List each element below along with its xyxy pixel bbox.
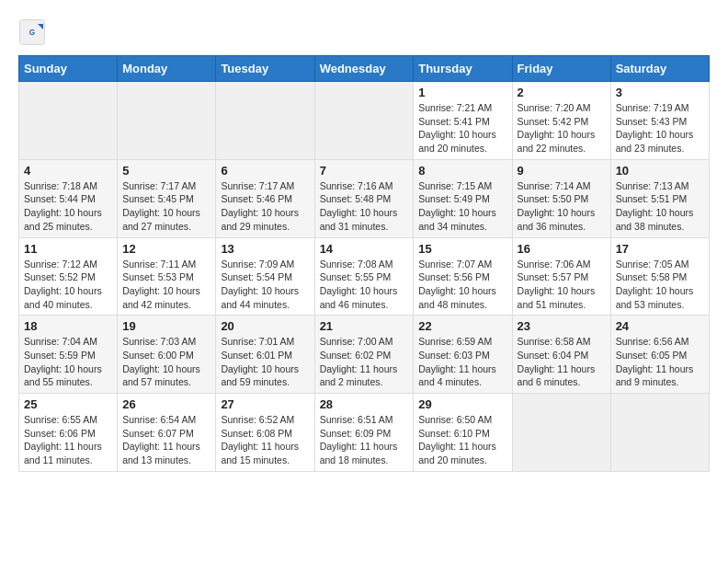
day-info: Sunrise: 6:51 AM Sunset: 6:09 PM Dayligh… [320,413,409,467]
day-number: 19 [122,319,210,333]
calendar-cell: 5Sunrise: 7:17 AM Sunset: 5:45 PM Daylig… [118,159,216,237]
day-info: Sunrise: 7:15 AM Sunset: 5:49 PM Dayligh… [418,179,506,234]
day-info: Sunrise: 7:18 AM Sunset: 5:44 PM Dayligh… [24,179,112,234]
day-number: 21 [320,319,409,333]
calendar-cell: 7Sunrise: 7:16 AM Sunset: 5:48 PM Daylig… [314,159,414,237]
calendar-cell: 27Sunrise: 6:52 AM Sunset: 6:08 PM Dayli… [216,394,314,472]
calendar-cell [216,82,314,160]
day-number: 9 [518,164,606,178]
day-number: 12 [122,242,210,256]
calendar-cell: 2Sunrise: 7:20 AM Sunset: 5:42 PM Daylig… [512,82,610,160]
calendar-cell: 24Sunrise: 6:56 AM Sunset: 6:05 PM Dayli… [610,316,709,394]
calendar-body: 1Sunrise: 7:21 AM Sunset: 5:41 PM Daylig… [19,82,710,472]
calendar-cell: 4Sunrise: 7:18 AM Sunset: 5:44 PM Daylig… [19,159,118,237]
day-info: Sunrise: 7:03 AM Sunset: 6:00 PM Dayligh… [122,335,210,389]
header-day-monday: Monday [118,56,216,82]
calendar-cell [314,82,414,160]
logo-icon: G [18,18,46,46]
day-info: Sunrise: 6:58 AM Sunset: 6:04 PM Dayligh… [518,335,606,389]
day-info: Sunrise: 7:00 AM Sunset: 6:02 PM Dayligh… [320,335,409,389]
calendar-cell: 8Sunrise: 7:15 AM Sunset: 5:49 PM Daylig… [414,159,512,237]
calendar-week-4: 25Sunrise: 6:55 AM Sunset: 6:06 PM Dayli… [19,394,710,472]
header-day-friday: Friday [512,56,610,82]
calendar-cell: 3Sunrise: 7:19 AM Sunset: 5:43 PM Daylig… [610,82,709,160]
day-info: Sunrise: 6:55 AM Sunset: 6:06 PM Dayligh… [24,413,112,467]
day-info: Sunrise: 7:16 AM Sunset: 5:48 PM Dayligh… [320,179,409,234]
day-number: 11 [24,242,112,256]
day-info: Sunrise: 7:09 AM Sunset: 5:54 PM Dayligh… [221,258,309,312]
day-number: 18 [24,319,112,333]
day-info: Sunrise: 7:20 AM Sunset: 5:42 PM Dayligh… [518,101,606,155]
logo: G [18,18,48,46]
calendar-cell: 21Sunrise: 7:00 AM Sunset: 6:02 PM Dayli… [314,316,414,394]
day-number: 4 [24,164,112,178]
day-number: 27 [221,397,309,411]
day-number: 6 [221,164,309,178]
calendar-cell [512,394,610,472]
day-number: 23 [518,319,606,333]
calendar-cell: 19Sunrise: 7:03 AM Sunset: 6:00 PM Dayli… [118,316,216,394]
day-number: 17 [616,242,704,256]
header-day-thursday: Thursday [414,56,512,82]
calendar-cell: 17Sunrise: 7:05 AM Sunset: 5:58 PM Dayli… [610,237,709,316]
day-number: 8 [418,164,506,178]
day-number: 7 [320,164,409,178]
day-number: 15 [418,242,506,256]
calendar-cell: 11Sunrise: 7:12 AM Sunset: 5:52 PM Dayli… [19,237,118,316]
calendar-cell: 26Sunrise: 6:54 AM Sunset: 6:07 PM Dayli… [118,394,216,472]
day-info: Sunrise: 7:04 AM Sunset: 5:59 PM Dayligh… [24,335,112,389]
calendar-cell: 25Sunrise: 6:55 AM Sunset: 6:06 PM Dayli… [19,394,118,472]
day-number: 25 [24,397,112,411]
day-number: 1 [418,86,506,99]
day-number: 16 [518,242,606,256]
calendar-week-1: 4Sunrise: 7:18 AM Sunset: 5:44 PM Daylig… [19,159,710,237]
day-info: Sunrise: 7:01 AM Sunset: 6:01 PM Dayligh… [221,335,309,389]
header-row: SundayMondayTuesdayWednesdayThursdayFrid… [19,56,710,82]
calendar-cell [118,82,216,160]
calendar-cell: 13Sunrise: 7:09 AM Sunset: 5:54 PM Dayli… [216,237,314,316]
day-number: 24 [616,319,704,333]
day-info: Sunrise: 7:08 AM Sunset: 5:55 PM Dayligh… [320,258,409,312]
day-info: Sunrise: 7:05 AM Sunset: 5:58 PM Dayligh… [616,258,704,312]
day-number: 13 [221,242,309,256]
day-info: Sunrise: 6:54 AM Sunset: 6:07 PM Dayligh… [122,413,210,467]
day-info: Sunrise: 7:19 AM Sunset: 5:43 PM Dayligh… [616,101,704,155]
day-info: Sunrise: 7:21 AM Sunset: 5:41 PM Dayligh… [418,101,506,155]
day-info: Sunrise: 7:14 AM Sunset: 5:50 PM Dayligh… [518,179,606,234]
day-number: 10 [616,164,704,178]
day-info: Sunrise: 7:13 AM Sunset: 5:51 PM Dayligh… [616,179,704,234]
calendar-cell: 12Sunrise: 7:11 AM Sunset: 5:53 PM Dayli… [118,237,216,316]
header-day-sunday: Sunday [19,56,118,82]
day-info: Sunrise: 6:52 AM Sunset: 6:08 PM Dayligh… [221,413,309,467]
calendar-cell: 29Sunrise: 6:50 AM Sunset: 6:10 PM Dayli… [414,394,512,472]
calendar-cell: 9Sunrise: 7:14 AM Sunset: 5:50 PM Daylig… [512,159,610,237]
day-info: Sunrise: 7:17 AM Sunset: 5:46 PM Dayligh… [221,179,309,234]
page-header: G [18,18,710,46]
day-number: 5 [122,164,210,178]
calendar-cell: 1Sunrise: 7:21 AM Sunset: 5:41 PM Daylig… [414,82,512,160]
svg-text:G: G [29,29,35,37]
calendar-week-0: 1Sunrise: 7:21 AM Sunset: 5:41 PM Daylig… [19,82,710,160]
calendar-cell: 20Sunrise: 7:01 AM Sunset: 6:01 PM Dayli… [216,316,314,394]
header-day-saturday: Saturday [610,56,709,82]
calendar-cell: 23Sunrise: 6:58 AM Sunset: 6:04 PM Dayli… [512,316,610,394]
day-number: 29 [418,397,506,411]
calendar-cell: 10Sunrise: 7:13 AM Sunset: 5:51 PM Dayli… [610,159,709,237]
calendar-cell: 16Sunrise: 7:06 AM Sunset: 5:57 PM Dayli… [512,237,610,316]
day-info: Sunrise: 7:11 AM Sunset: 5:53 PM Dayligh… [122,258,210,312]
calendar-cell: 14Sunrise: 7:08 AM Sunset: 5:55 PM Dayli… [314,237,414,316]
calendar-cell: 6Sunrise: 7:17 AM Sunset: 5:46 PM Daylig… [216,159,314,237]
calendar-cell [19,82,118,160]
day-number: 28 [320,397,409,411]
calendar-header: SundayMondayTuesdayWednesdayThursdayFrid… [19,56,710,82]
day-number: 20 [221,319,309,333]
day-info: Sunrise: 6:59 AM Sunset: 6:03 PM Dayligh… [418,335,506,389]
calendar-cell [610,394,709,472]
day-number: 26 [122,397,210,411]
day-info: Sunrise: 6:56 AM Sunset: 6:05 PM Dayligh… [616,335,704,389]
header-day-tuesday: Tuesday [216,56,314,82]
day-info: Sunrise: 6:50 AM Sunset: 6:10 PM Dayligh… [418,413,506,467]
day-number: 2 [518,86,606,99]
day-info: Sunrise: 7:07 AM Sunset: 5:56 PM Dayligh… [418,258,506,312]
calendar-cell: 28Sunrise: 6:51 AM Sunset: 6:09 PM Dayli… [314,394,414,472]
